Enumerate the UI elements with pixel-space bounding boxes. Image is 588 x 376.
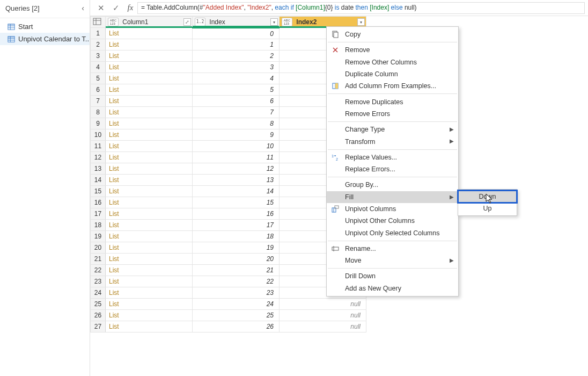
table-row[interactable]: 23List22 (91, 276, 366, 287)
cell-index[interactable]: 19 (193, 242, 280, 254)
table-row[interactable]: 4List3 (91, 62, 366, 73)
cell-index[interactable]: 18 (193, 231, 280, 242)
row-number[interactable]: 19 (91, 231, 106, 242)
row-number[interactable]: 15 (91, 186, 106, 197)
menu-copy[interactable]: Copy (327, 28, 458, 40)
row-number[interactable]: 16 (91, 197, 106, 208)
query-item-start[interactable]: Start (0, 20, 90, 33)
row-number[interactable]: 2 (91, 39, 106, 50)
cell-column1[interactable]: List (106, 265, 193, 276)
table-row[interactable]: 2List1 (91, 39, 366, 50)
cell-index[interactable]: 12 (193, 163, 280, 175)
cell-index[interactable]: 21 (193, 265, 280, 276)
cell-column1[interactable]: List (106, 73, 193, 84)
table-row[interactable]: 19List18 (91, 231, 366, 242)
cell-column1[interactable]: List (106, 163, 193, 175)
cell-column1[interactable]: List (106, 220, 193, 231)
row-number[interactable]: 13 (91, 163, 106, 175)
cell-column1[interactable]: List (106, 50, 193, 62)
dropdown-icon[interactable]: ▾ (357, 18, 365, 26)
row-number[interactable]: 17 (91, 208, 106, 220)
expand-icon[interactable]: ⤢ (183, 18, 191, 26)
table-row[interactable]: 10List9 (91, 129, 366, 141)
menu-remove-errors[interactable]: Remove Errors (327, 108, 458, 120)
cell-column1[interactable]: List (106, 152, 193, 163)
cell-column1[interactable]: List (106, 321, 193, 332)
menu-replace-errors[interactable]: Replace Errors... (327, 163, 458, 175)
row-number[interactable]: 22 (91, 265, 106, 276)
menu-change-type[interactable]: Change Type▶ (327, 124, 458, 135)
menu-group-by[interactable]: Group By... (327, 179, 458, 191)
menu-rename[interactable]: Rename... (327, 243, 458, 255)
cell-index[interactable]: 15 (193, 197, 280, 208)
cell-index[interactable]: 11 (193, 152, 280, 163)
fx-icon[interactable]: fx (123, 3, 137, 12)
row-number[interactable]: 1 (91, 28, 106, 39)
column-header-index[interactable]: 1.2 Index ▾ (193, 17, 280, 28)
cell-column1[interactable]: List (106, 276, 193, 287)
cell-column1[interactable]: List (106, 186, 193, 197)
row-number[interactable]: 8 (91, 107, 106, 118)
table-row[interactable]: 22List21 (91, 265, 366, 276)
cell-index[interactable]: 20 (193, 254, 280, 265)
cell-index[interactable]: 5 (193, 84, 280, 96)
table-row[interactable]: 15List14 (91, 186, 366, 197)
table-row[interactable]: 9List8 (91, 118, 366, 129)
cell-index[interactable]: 4 (193, 73, 280, 84)
cell-column1[interactable]: List (106, 231, 193, 242)
row-number[interactable]: 18 (91, 220, 106, 231)
corner-header[interactable] (91, 17, 106, 28)
cell-column1[interactable]: List (106, 208, 193, 220)
table-row[interactable]: 14List13 (91, 175, 366, 186)
table-row[interactable]: 26List25null (91, 310, 366, 321)
menu-unpivot-selected-columns[interactable]: Unpivot Only Selected Columns (327, 227, 458, 238)
cell-index[interactable]: 7 (193, 107, 280, 118)
row-number[interactable]: 10 (91, 129, 106, 141)
cell-column1[interactable]: List (106, 242, 193, 254)
cell-index[interactable]: 0 (193, 28, 280, 39)
cell-index[interactable]: 22 (193, 276, 280, 287)
table-row[interactable]: 5List4 (91, 73, 366, 84)
row-number[interactable]: 11 (91, 141, 106, 152)
row-number[interactable]: 4 (91, 62, 106, 73)
collapse-icon[interactable]: ‹ (80, 3, 85, 13)
row-number[interactable]: 21 (91, 254, 106, 265)
table-row[interactable]: 17List16 (91, 208, 366, 220)
cell-column1[interactable]: List (106, 254, 193, 265)
table-row[interactable]: 16List15 (91, 197, 366, 208)
table-row[interactable]: 27List26null (91, 321, 366, 332)
cell-column1[interactable]: List (106, 84, 193, 96)
menu-unpivot-columns[interactable]: Unpivot Columns (327, 203, 458, 215)
cell-index2[interactable]: null (280, 321, 366, 332)
table-row[interactable]: 25List24null (91, 299, 366, 310)
cell-index[interactable]: 17 (193, 220, 280, 231)
cell-column1[interactable]: List (106, 197, 193, 208)
cell-index[interactable]: 23 (193, 287, 280, 299)
menu-remove-other-columns[interactable]: Remove Other Columns (327, 56, 458, 68)
row-number[interactable]: 24 (91, 287, 106, 299)
cell-index2[interactable]: null (280, 310, 366, 321)
cell-index[interactable]: 14 (193, 186, 280, 197)
cancel-formula-button[interactable]: ✕ (93, 2, 108, 15)
menu-transform[interactable]: Transform▶ (327, 135, 458, 147)
cell-column1[interactable]: List (106, 299, 193, 310)
table-row[interactable]: 7List6 (91, 96, 366, 107)
column-header-column1[interactable]: ABC123 Column1 ⤢ (106, 17, 193, 28)
submenu-fill-down[interactable]: Down (458, 191, 517, 203)
row-number[interactable]: 9 (91, 118, 106, 129)
table-row[interactable]: 21List20 (91, 254, 366, 265)
cell-index[interactable]: 25 (193, 310, 280, 321)
accept-formula-button[interactable]: ✓ (108, 2, 123, 15)
table-row[interactable]: 3List2 (91, 50, 366, 62)
table-row[interactable]: 13List12 (91, 163, 366, 175)
cell-column1[interactable]: List (106, 287, 193, 299)
row-number[interactable]: 6 (91, 84, 106, 96)
table-row[interactable]: 18List17 (91, 220, 366, 231)
cell-index[interactable]: 26 (193, 321, 280, 332)
table-row[interactable]: 8List7 (91, 107, 366, 118)
cell-index[interactable]: 1 (193, 39, 280, 50)
menu-move[interactable]: Move▶ (327, 255, 458, 266)
menu-remove-duplicates[interactable]: Remove Duplicates (327, 96, 458, 107)
table-row[interactable]: 6List5 (91, 84, 366, 96)
dropdown-icon[interactable]: ▾ (270, 18, 278, 26)
